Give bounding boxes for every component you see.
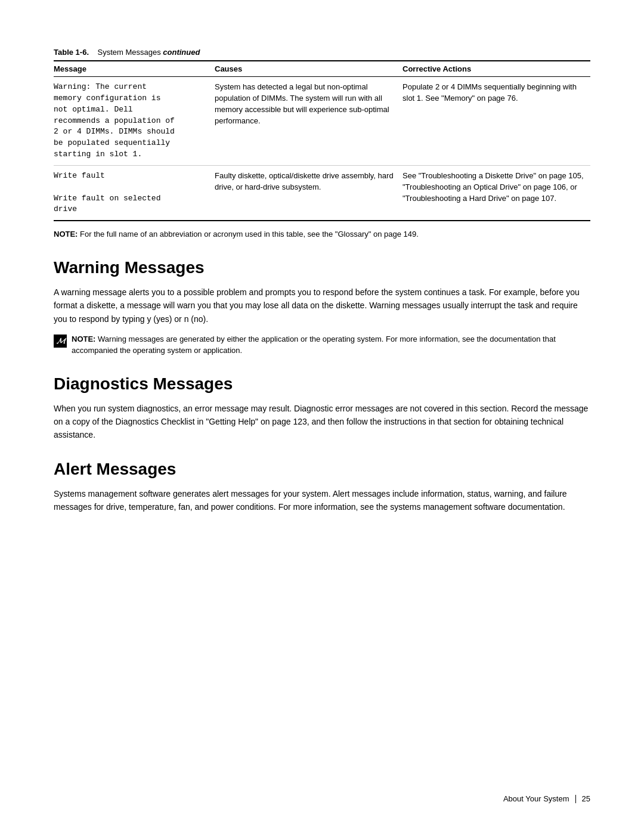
footer-section: About Your System [503,794,569,803]
cell-message-2: Write faultWrite fault on selecteddrive [54,165,215,221]
table-row: Write faultWrite fault on selecteddrive … [54,165,590,221]
diagnostics-messages-heading: Diagnostics Messages [54,374,590,394]
footer-divider [575,795,576,803]
table-caption-continued: continued [163,48,200,57]
warning-note-block: 𝓜 NOTE: Warning messages are generated b… [54,334,590,357]
cell-corrective-1: Populate 2 or 4 DIMMs sequentially begin… [402,77,590,166]
table-header-row: Message Causes Corrective Actions [54,61,590,77]
table-caption: Table 1-6. System Messages continued [54,48,590,57]
diagnostics-messages-body: When you run system diagnostics, an erro… [54,402,590,442]
cell-corrective-2: See "Troubleshooting a Diskette Drive" o… [402,165,590,221]
cell-message-1: Warning: The currentmemory configuration… [54,77,215,166]
table-note-text: For the full name of an abbreviation or … [80,230,419,239]
cell-causes-2: Faulty diskette, optical/diskette drive … [215,165,402,221]
col-header-message: Message [54,61,215,77]
table-note: NOTE: For the full name of an abbreviati… [54,228,590,240]
footer-page: 25 [582,794,590,803]
alert-messages-body: Systems management software generates al… [54,487,590,514]
warning-messages-heading: Warning Messages [54,258,590,277]
alert-messages-heading: Alert Messages [54,460,590,479]
warning-messages-body: A warning message alerts you to a possib… [54,286,590,326]
table-row: Warning: The currentmemory configuration… [54,77,590,166]
table-caption-label: Table 1-6. [54,48,89,57]
warning-note-text: NOTE: Warning messages are generated by … [72,334,590,357]
table-note-label: NOTE: [54,230,78,239]
col-header-corrective: Corrective Actions [402,61,590,77]
table-caption-title: System Messages [97,48,160,57]
cell-causes-1: System has detected a legal but non-opti… [215,77,402,166]
note-icon: 𝓜 [54,335,67,348]
col-header-causes: Causes [215,61,402,77]
page-footer: About Your System 25 [503,794,590,803]
system-messages-table: Message Causes Corrective Actions Warnin… [54,60,590,221]
